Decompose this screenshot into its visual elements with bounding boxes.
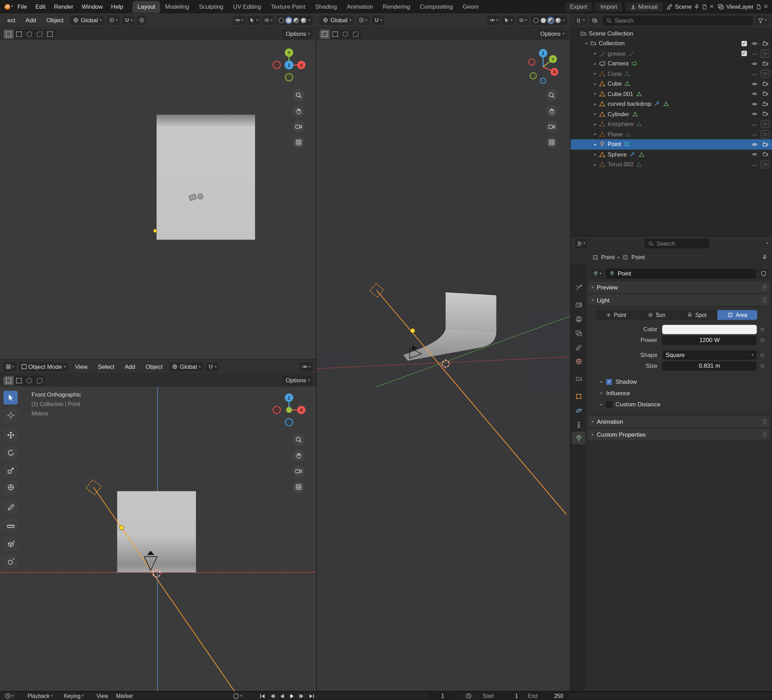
render-camera-icon[interactable] [761,70,770,78]
hide-eye-icon[interactable] [750,110,759,118]
viewport-canvas[interactable] [316,40,571,692]
filter-dropdown[interactable]: ▾ [756,16,769,25]
outliner-search[interactable]: Search [602,16,753,25]
expand-icon[interactable]: ▸ [594,162,596,166]
scene-selector[interactable]: Scene ✕ [666,3,714,10]
outliner-row-curved-backdrop[interactable]: ▸ curved backdrop [571,99,772,109]
tab-scene[interactable] [571,341,586,354]
light-type-area[interactable]: Area [717,310,757,320]
breadcrumb-object[interactable]: Point [601,254,615,261]
tool-rotate[interactable] [3,446,18,460]
menu-window[interactable]: Window [78,2,106,11]
tool-move[interactable] [3,428,18,442]
tab-animation[interactable]: Animation [342,1,378,13]
tab-shading[interactable]: Shading [310,1,342,13]
expand-icon[interactable]: ▸ [594,51,596,55]
menu-object[interactable]: Object [142,362,167,371]
render-camera-icon[interactable] [761,150,770,158]
pin-icon[interactable] [693,4,700,10]
animate-decorator[interactable] [757,339,767,342]
hide-eye-icon[interactable] [750,49,759,57]
tab-compositing[interactable]: Compositing [415,1,458,13]
select-mode-box[interactable] [330,29,340,39]
menu-select-truncated[interactable]: ect [3,16,19,24]
animate-decorator[interactable] [757,353,767,357]
tool-annotate[interactable] [3,501,18,514]
expand-icon[interactable]: ▸ [594,91,596,96]
menu-help[interactable]: Help [107,2,128,11]
expand-icon[interactable]: ▸ [594,101,596,106]
tool-scale[interactable] [3,464,18,478]
size-field[interactable]: 0.831 m [662,361,757,370]
use-preview-range-toggle[interactable] [466,693,472,699]
manual-button[interactable]: Manual [625,2,663,11]
play-button[interactable] [288,692,296,699]
render-camera-icon[interactable] [761,160,770,168]
hide-eye-icon[interactable] [750,90,759,98]
tab-object-data[interactable] [571,432,586,445]
exclude-checkbox[interactable]: ✓ [739,49,748,57]
editor-type-dropdown[interactable]: ▾ [3,692,15,700]
outliner-row-cylinder[interactable]: ▸ Cylinder [571,109,772,119]
pan-hand-icon[interactable] [545,105,558,117]
blender-logo-icon[interactable] [4,3,11,10]
shading-dropdown-caret[interactable]: ▾ [308,18,310,22]
snap-toggle[interactable]: ▾ [206,362,219,371]
subpanel-influence[interactable]: ▸Influence [588,387,770,399]
orientation-dropdown[interactable]: Global▾ [70,16,105,25]
viewlayer-selector[interactable]: ViewLayer ✕ [717,3,768,10]
light-type-point[interactable]: Point [596,310,636,320]
panel-animation[interactable]: ▸Animation [588,416,770,427]
tab-object[interactable] [571,390,586,403]
render-camera-icon[interactable] [761,39,770,47]
options-dropdown[interactable]: Options▾ [283,376,312,385]
id-type-selector[interactable]: ▾ [591,269,604,278]
menu-file[interactable]: File [13,2,31,11]
overlays-dropdown[interactable]: ▾ [262,16,275,25]
expand-icon[interactable]: ▸ [594,82,596,86]
select-mode-lasso[interactable] [34,29,45,39]
scene-objects-top-view[interactable] [187,190,209,205]
tab-physics[interactable] [571,404,586,417]
select-mode-lasso[interactable] [34,376,45,385]
light-type-spot[interactable]: Spot [677,310,716,320]
shading-solid-button[interactable] [286,17,292,23]
snap-toggle[interactable]: ▾ [122,16,135,25]
expand-icon[interactable]: ▸ [594,71,596,76]
select-mode-box[interactable] [14,376,25,385]
shading-material-button[interactable] [548,17,554,23]
tab-view-layer[interactable] [571,327,586,339]
animate-decorator[interactable] [757,327,767,331]
editor-type-dropdown[interactable]: ▾ [574,16,587,25]
expand-icon[interactable]: ▸ [594,142,596,147]
mode-dropdown[interactable]: Object Mode▾ [18,362,69,371]
pan-hand-icon[interactable] [292,449,304,462]
shading-wireframe-button[interactable] [533,17,539,23]
toggle-ortho-icon[interactable] [292,136,304,148]
tab-rendering[interactable]: Rendering [378,1,415,13]
tab-uv-editing[interactable]: UV Editing [228,1,266,13]
blender-menu-caret-icon[interactable]: ▾ [11,5,13,8]
render-camera-icon[interactable] [761,49,770,57]
tab-sculpting[interactable]: Sculpting [194,1,228,13]
panel-preview[interactable]: ▸Preview [588,281,770,293]
keying-menu[interactable]: Keying▾ [64,693,84,699]
prev-keyframe-button[interactable] [268,692,277,699]
hide-eye-icon[interactable] [750,70,759,78]
close-icon[interactable]: ✕ [709,3,714,10]
editor-type-dropdown[interactable]: ▾ [575,239,587,248]
select-mode-circle[interactable] [24,29,34,39]
new-scene-icon[interactable] [701,4,707,10]
tab-layout[interactable]: Layout [132,1,160,13]
hide-eye-icon[interactable] [750,120,759,128]
header-options-caret[interactable]: ▾ [766,242,768,245]
tab-output[interactable] [571,312,586,325]
menu-object[interactable]: Object [43,16,67,24]
animate-decorator[interactable] [757,364,767,367]
options-dropdown[interactable]: Options▾ [283,29,312,39]
orientation-dropdown[interactable]: Global▾ [169,362,204,371]
shape-dropdown[interactable]: Square▾ [662,350,757,359]
overlays-dropdown[interactable]: ▾ [517,16,529,25]
render-camera-icon[interactable] [761,100,770,108]
expand-icon[interactable]: ▾ [586,41,587,46]
